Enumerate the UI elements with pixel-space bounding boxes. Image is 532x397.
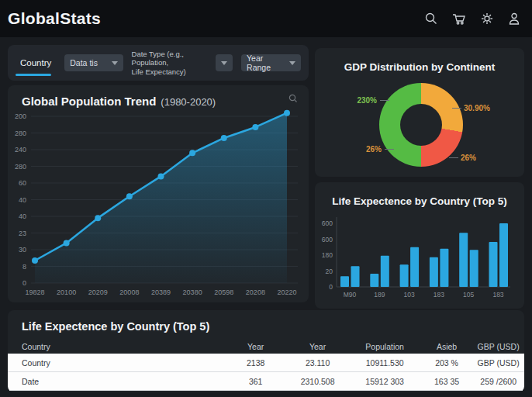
table-cell: 10911.530 — [349, 358, 421, 368]
column-header: Year — [225, 342, 287, 351]
donut-label: 26% — [354, 145, 382, 154]
mini-dropdown[interactable] — [216, 54, 233, 71]
svg-text:240: 240 — [15, 146, 26, 154]
svg-text:20380: 20380 — [183, 288, 202, 296]
svg-text:20008: 20008 — [119, 288, 139, 296]
svg-text:23: 23 — [19, 230, 26, 237]
table-title: Life Expectence by Country (Top 5) — [8, 310, 524, 333]
table-cell: 2138 — [225, 358, 287, 368]
svg-text:0: 0 — [22, 279, 26, 287]
donut-label: 230% — [343, 96, 377, 105]
table-cell: GBP (USD) — [472, 358, 524, 368]
data-type-dropdown[interactable]: Data tis — [64, 54, 123, 71]
donut-hole — [400, 104, 442, 146]
svg-text:0: 0 — [329, 283, 333, 291]
life-expectancy-bar-chart: 020180600600M90189103183105183 — [315, 182, 524, 309]
chevron-down-icon — [112, 61, 118, 65]
data-type-dropdown-value: Data tis — [70, 58, 98, 67]
search-icon[interactable] — [424, 12, 438, 26]
population-trend-chart: 0830234040602802402802001982820100202092… — [8, 85, 309, 302]
table-header-row: CountryYearYearPopulationAsiebGBP (USD) — [8, 340, 524, 354]
svg-text:105: 105 — [463, 291, 474, 299]
svg-text:20389: 20389 — [151, 288, 171, 296]
year-range-dropdown[interactable]: Year Range — [241, 54, 301, 71]
svg-text:60: 60 — [19, 179, 26, 187]
column-header: Year — [287, 342, 349, 351]
donut-label-tick — [385, 149, 394, 150]
table-cell: 23.110 — [287, 358, 349, 368]
tab-country-label: Country — [20, 58, 51, 67]
active-tab-underline — [16, 74, 51, 76]
svg-text:40: 40 — [19, 212, 26, 220]
column-header: Country — [8, 342, 225, 351]
svg-text:180: 180 — [322, 251, 333, 259]
life-expectancy-table-card: Life Expectence by Country (Top 5) Count… — [8, 310, 524, 392]
settings-icon[interactable] — [480, 12, 494, 26]
svg-text:600: 600 — [322, 236, 333, 243]
svg-text:20598: 20598 — [214, 288, 233, 296]
chevron-down-icon — [289, 61, 295, 65]
svg-text:20209: 20209 — [88, 288, 108, 296]
table-cell: Country — [8, 358, 225, 368]
column-header: GBP (USD) — [472, 342, 524, 351]
table-cell: 361 — [225, 377, 287, 386]
chevron-down-icon — [221, 61, 227, 65]
table-cell: 259 /2600 — [472, 377, 524, 386]
svg-text:19828: 19828 — [25, 288, 44, 296]
svg-text:280: 280 — [15, 129, 26, 137]
table-cell: 163 35 — [421, 377, 473, 386]
donut-label: 30.90% — [464, 104, 490, 112]
svg-text:183: 183 — [492, 291, 503, 299]
table-row[interactable]: Date3612310.50815912 303163 35259 /2600 — [8, 372, 524, 391]
gdp-distribution-title: GDP Distribution by Continent — [315, 61, 524, 73]
svg-text:30: 30 — [19, 246, 26, 254]
svg-text:189: 189 — [374, 291, 385, 299]
table-cell: Date — [8, 377, 225, 386]
table-row[interactable]: Country213823.11010911.530203 %GBP (USD) — [8, 354, 524, 372]
app-header: GlobalStats — [0, 0, 532, 37]
svg-text:40: 40 — [19, 196, 26, 204]
svg-text:8: 8 — [22, 263, 26, 271]
donut-label-tick — [380, 100, 389, 101]
header-actions — [424, 12, 521, 26]
svg-text:600: 600 — [322, 219, 333, 227]
cart-icon[interactable] — [451, 12, 467, 26]
svg-text:M90: M90 — [344, 291, 357, 299]
svg-text:183: 183 — [434, 291, 444, 299]
data-type-hint-line1: Date Type (e.g., Population, — [132, 50, 207, 67]
svg-text:20: 20 — [326, 268, 333, 275]
gdp-donut-chart — [379, 83, 463, 167]
svg-text:200: 200 — [15, 112, 26, 120]
donut-label-tick — [452, 108, 461, 109]
gdp-distribution-card: GDP Distribution by Continent 230% 30.90… — [315, 48, 524, 177]
data-type-hint-line2: Life Expectancy) — [132, 67, 207, 76]
svg-text:20208: 20208 — [246, 288, 265, 296]
table-cell: 203 % — [421, 358, 473, 368]
population-trend-card: Global Population Trend (1980-2020) 0830… — [8, 85, 309, 302]
data-type-hint: Date Type (e.g., Population, Life Expect… — [132, 50, 207, 76]
donut-label: 26% — [461, 154, 476, 162]
user-icon[interactable] — [507, 12, 521, 26]
column-header: Population — [349, 342, 421, 351]
table-body: Country213823.11010911.530203 %GBP (USD)… — [8, 354, 524, 391]
donut-label-tick — [449, 157, 458, 158]
table-cell: 15912 303 — [349, 377, 421, 386]
svg-text:20100: 20100 — [57, 288, 76, 296]
app-title: GlobalStats — [8, 9, 101, 28]
column-header: Asieb — [421, 342, 473, 351]
svg-text:20220: 20220 — [277, 288, 296, 296]
filter-bar: Country Data tis Date Type (e.g., Popula… — [8, 45, 309, 81]
svg-text:103: 103 — [404, 291, 415, 299]
svg-text:280: 280 — [15, 163, 26, 171]
life-expectancy-bar-card: Life Expectence by Country (Top 5) 02018… — [315, 182, 524, 309]
year-range-dropdown-value: Year Range — [247, 54, 289, 72]
table-cell: 2310.508 — [287, 377, 349, 386]
tab-country[interactable]: Country — [16, 45, 56, 81]
